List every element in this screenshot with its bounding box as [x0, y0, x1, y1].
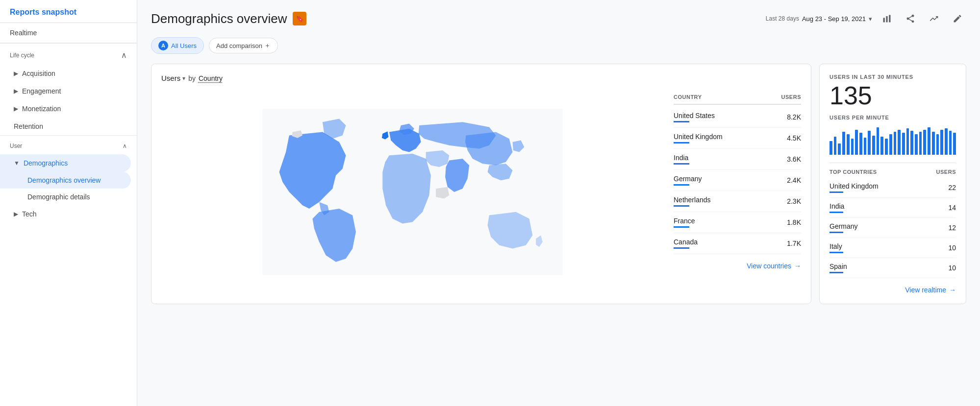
lifecycle-chevron-icon: ∧ — [121, 50, 127, 60]
map-card: Users ▾ by Country — [151, 64, 811, 304]
sidebar-item-monetization[interactable]: ▶ Monetization — [0, 100, 131, 118]
tc-country-cell: Spain — [829, 263, 847, 273]
map-card-header: Users ▾ by Country — [161, 74, 801, 82]
content-row: Users ▾ by Country — [151, 64, 966, 304]
sidebar-header: Reports snapshot — [0, 0, 137, 23]
tc-country-cell: India — [829, 202, 844, 213]
table-row: Germany 2.4K — [674, 170, 801, 191]
all-users-avatar: A — [158, 41, 168, 50]
top-countries-col-head: TOP COUNTRIES — [829, 169, 877, 175]
bar-chart-bar — [864, 138, 867, 155]
sidebar-item-demographics[interactable]: ▼ Demographics — [0, 154, 131, 172]
user-section-header[interactable]: User ∧ — [0, 135, 137, 154]
bar-chart-bar — [868, 131, 871, 155]
sidebar-item-label: Demographics — [24, 159, 68, 167]
user-label: User — [10, 143, 22, 149]
topbar: Demographics overview 🔖 Last 28 days Aug… — [151, 10, 966, 27]
sidebar-item-engagement[interactable]: ▶ Engagement — [0, 82, 131, 100]
date-range-selector[interactable]: Last 28 days Aug 23 - Sep 19, 2021 ▾ — [766, 15, 872, 23]
top-countries-header: TOP COUNTRIES USERS — [829, 163, 956, 175]
country-indicator — [674, 205, 689, 207]
sidebar-realtime[interactable]: Realtime — [0, 23, 137, 43]
by-label: by — [188, 74, 196, 82]
sidebar-item-retention[interactable]: Retention — [0, 118, 131, 135]
sidebar-sub-item-demographics-overview[interactable]: Demographics overview — [0, 172, 131, 189]
share-button[interactable] — [902, 10, 919, 27]
add-comparison-label: Add comparison — [216, 42, 262, 49]
users-per-minute-chart — [829, 125, 956, 155]
bar-chart-icon — [882, 14, 892, 24]
topbar-left: Demographics overview 🔖 — [151, 11, 306, 26]
bar-chart-bar — [894, 132, 897, 155]
lifecycle-section: Life cycle ∧ ▶ Acquisition ▶ Engagement … — [0, 43, 137, 135]
page-title: Demographics overview — [151, 11, 287, 26]
sidebar-sub-item-demographic-details[interactable]: Demographic details — [0, 189, 137, 205]
bar-chart-bar — [877, 127, 879, 155]
lifecycle-section-header[interactable]: Life cycle ∧ — [0, 43, 137, 65]
view-countries-arrow-icon: → — [794, 262, 801, 270]
country-users: 1.7K — [787, 239, 801, 247]
bar-chart-bar — [910, 131, 913, 155]
country-users: 3.6K — [787, 155, 801, 163]
svg-rect-2 — [889, 15, 890, 23]
lifecycle-label: Life cycle — [10, 52, 34, 59]
bar-chart-bar — [936, 134, 939, 155]
bar-chart-bar — [915, 134, 918, 155]
topbar-right: Last 28 days Aug 23 - Sep 19, 2021 ▾ — [766, 10, 966, 27]
view-realtime-link[interactable]: View realtime → — [829, 286, 956, 294]
sidebar-sub-item-label: Demographics overview — [27, 176, 101, 184]
bar-chart-bar — [949, 131, 952, 155]
country-indicator — [674, 121, 689, 122]
view-realtime-arrow-icon: → — [949, 286, 956, 294]
country-name: United States — [674, 112, 715, 119]
sidebar-item-label: Acquisition — [22, 70, 55, 77]
world-map — [161, 109, 664, 275]
view-countries-label: View countries — [747, 262, 791, 270]
date-range-label: Last 28 days — [766, 15, 799, 22]
bar-chart-bar — [859, 133, 862, 155]
dimension-label[interactable]: Country — [199, 74, 223, 82]
bar-chart-bar — [923, 130, 926, 155]
realtime-count: 135 — [829, 82, 956, 110]
sidebar-item-label: Monetization — [22, 105, 61, 113]
country-users: 2.4K — [787, 176, 801, 184]
user-chevron-icon: ∧ — [123, 143, 127, 149]
sidebar-item-tech[interactable]: ▶ Tech — [0, 205, 131, 223]
bar-chart-bar — [902, 133, 905, 155]
all-users-filter[interactable]: A All Users — [151, 37, 204, 54]
add-comparison-button[interactable]: Add comparison ＋ — [209, 38, 278, 53]
bar-chart-button[interactable] — [878, 10, 896, 27]
tc-users: 14 — [948, 204, 956, 212]
bar-chart-bar — [872, 136, 875, 155]
sidebar-item-label: Engagement — [22, 87, 61, 95]
tc-country-name: Spain — [829, 263, 847, 270]
country-name: Canada — [674, 238, 698, 246]
trend-button[interactable] — [925, 10, 943, 27]
metric-dropdown[interactable]: Users ▾ — [161, 74, 185, 82]
map-and-table: COUNTRY USERS United States 8.2K United … — [161, 90, 801, 294]
country-cell: Germany — [674, 175, 702, 186]
tc-indicator — [829, 232, 843, 233]
bar-chart-bar — [945, 128, 948, 155]
tc-country-name: India — [829, 202, 844, 210]
svg-rect-1 — [886, 16, 887, 23]
sidebar-item-acquisition[interactable]: ▶ Acquisition — [0, 65, 131, 82]
metric-dropdown-caret-icon: ▾ — [182, 75, 185, 82]
edit-button[interactable] — [949, 10, 966, 27]
bar-chart-bar — [940, 130, 943, 155]
user-section: User ∧ ▼ Demographics Demographics overv… — [0, 135, 137, 223]
table-row: India 3.6K — [674, 149, 801, 170]
country-users: 1.8K — [787, 218, 801, 226]
bar-chart-bar — [880, 137, 883, 155]
svg-rect-0 — [883, 18, 885, 22]
top-country-row: Germany 12 — [829, 218, 956, 238]
country-name: United Kingdom — [674, 133, 723, 141]
bar-chart-bar — [842, 132, 845, 155]
bar-chart-bar — [829, 141, 832, 155]
date-range-value: Aug 23 - Sep 19, 2021 — [802, 15, 866, 23]
country-indicator — [674, 163, 689, 165]
realtime-panel-label: USERS IN LAST 30 MINUTES — [829, 74, 956, 80]
view-countries-link[interactable]: View countries → — [674, 262, 801, 270]
tc-indicator — [829, 272, 843, 273]
country-table: COUNTRY USERS United States 8.2K United … — [674, 90, 801, 294]
